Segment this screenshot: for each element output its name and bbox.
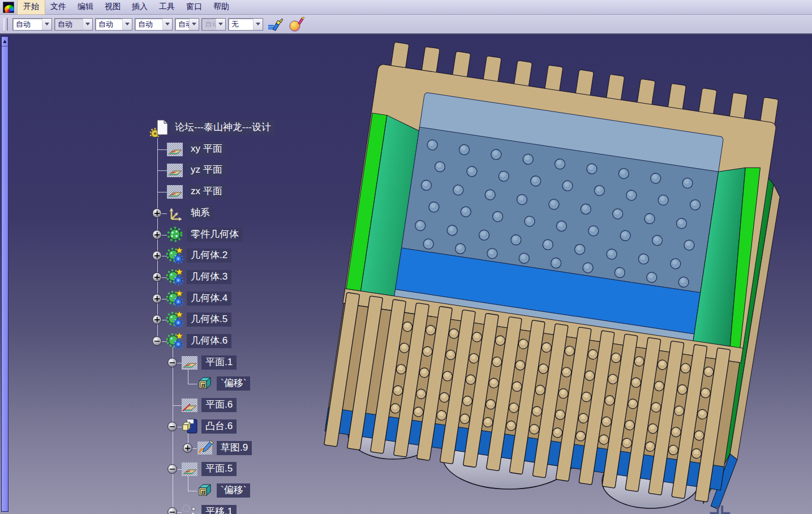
menu-help[interactable]: 帮助 bbox=[208, 0, 235, 14]
menu-file[interactable]: 文件 bbox=[45, 0, 72, 14]
tree-item-label[interactable]: 草图.9 bbox=[217, 441, 252, 455]
strip-up-arrow-icon[interactable]: ▲ bbox=[2, 37, 8, 46]
tree-item-root-part[interactable]: 论坛---泰山神龙---设计 bbox=[0, 118, 317, 138]
menu-window[interactable]: 窗口 bbox=[181, 0, 208, 14]
offset-icon[interactable]: B bbox=[196, 482, 214, 500]
collapse-minus-icon[interactable]: − bbox=[167, 422, 177, 431]
collapse-minus-icon[interactable]: − bbox=[167, 464, 177, 474]
tree-item-body-2[interactable]: + 几何体.2 bbox=[0, 246, 317, 265]
combo-dropdown-arrow-icon[interactable] bbox=[253, 19, 263, 30]
tree-item-translate-1[interactable]: − 平移.1 bbox=[0, 503, 317, 514]
tree-item-label[interactable]: 平移.1 bbox=[201, 505, 237, 514]
tree-item-label[interactable]: 几何体.4 bbox=[187, 292, 231, 306]
expand-plus-icon[interactable]: + bbox=[152, 294, 162, 303]
tree-item-label[interactable]: 凸台.6 bbox=[201, 419, 237, 434]
toolbar-drag-handle[interactable] bbox=[3, 18, 8, 31]
plane-icon[interactable] bbox=[181, 354, 199, 372]
layer-combo[interactable]: 无 bbox=[228, 18, 263, 31]
color-combo-value: 自动 bbox=[13, 19, 31, 29]
collapse-minus-icon[interactable]: − bbox=[152, 336, 162, 346]
pointtype-combo[interactable]: 自动 bbox=[175, 18, 199, 31]
collapse-minus-icon[interactable]: − bbox=[167, 358, 177, 367]
tree-item-label[interactable]: 平面.5 bbox=[201, 462, 237, 476]
pad-icon[interactable] bbox=[181, 418, 199, 436]
translate-icon[interactable] bbox=[181, 503, 199, 514]
tree-item-plane-1[interactable]: − 平面.1 bbox=[0, 353, 317, 372]
plane-icon[interactable] bbox=[166, 183, 184, 201]
tree-item-label[interactable]: 几何体.6 bbox=[187, 334, 231, 348]
tree-item-body-5[interactable]: + 几何体.5 bbox=[0, 310, 317, 329]
expand-plus-icon[interactable]: + bbox=[152, 251, 162, 260]
color-combo[interactable]: 自动 bbox=[12, 18, 52, 31]
material-sphere-icon[interactable] bbox=[288, 16, 305, 32]
expand-plus-icon[interactable]: + bbox=[152, 230, 162, 239]
tree-item-label[interactable]: 几何体.5 bbox=[187, 312, 231, 327]
viewport-3d[interactable]: ▲ 论坛---泰山神龙---设计 xy 平面 yz 平面 zx 平面+ 轴系+ … bbox=[0, 35, 812, 514]
combo-dropdown-arrow-icon[interactable] bbox=[189, 19, 199, 30]
combo-dropdown-arrow-icon[interactable] bbox=[83, 19, 92, 30]
part-icon[interactable] bbox=[150, 119, 168, 137]
tree-item-partbody[interactable]: + 零件几何体 bbox=[0, 225, 317, 245]
axis-icon[interactable] bbox=[166, 204, 184, 222]
tree-item-label[interactable]: `偏移` bbox=[217, 483, 250, 498]
specification-tree: 论坛---泰山神龙---设计 xy 平面 yz 平面 zx 平面+ 轴系+ 零件… bbox=[0, 35, 812, 514]
body-icon[interactable] bbox=[166, 290, 184, 308]
tree-item-label[interactable]: `偏移` bbox=[217, 376, 250, 391]
combo-dropdown-arrow-icon[interactable] bbox=[42, 19, 51, 30]
tree-item-body-6[interactable]: − 几何体.6 bbox=[0, 332, 317, 351]
tree-item-label[interactable]: zx 平面 bbox=[187, 185, 226, 199]
plane-icon[interactable] bbox=[166, 161, 184, 179]
tree-item-body-3[interactable]: + 几何体.3 bbox=[0, 268, 317, 287]
menu-start[interactable]: 开始 bbox=[18, 0, 45, 14]
tree-item-plane-5[interactable]: − 平面.5 bbox=[0, 460, 317, 479]
linetype-combo[interactable]: 自动 bbox=[95, 18, 132, 31]
tree-item-plane-6[interactable]: 平面.6 bbox=[0, 396, 317, 415]
combo-dropdown-arrow-icon[interactable] bbox=[216, 19, 225, 30]
tree-item-label[interactable]: 平面.1 bbox=[201, 355, 237, 370]
tree-item-sketch-9[interactable]: + 草图.9 bbox=[0, 439, 317, 458]
expand-plus-icon[interactable]: + bbox=[152, 315, 162, 324]
plane-icon[interactable] bbox=[166, 140, 184, 159]
tree-item-pad-6[interactable]: − 凸台.6 bbox=[0, 417, 317, 436]
tree-item-body-4[interactable]: + 几何体.4 bbox=[0, 289, 317, 309]
collapse-minus-icon[interactable]: − bbox=[167, 507, 177, 514]
collapsed-toolbar-strip[interactable]: ▲ bbox=[1, 36, 8, 512]
body-icon[interactable] bbox=[166, 332, 184, 350]
tree-item-label[interactable]: 几何体.2 bbox=[187, 249, 231, 263]
expand-plus-icon[interactable]: + bbox=[152, 208, 162, 218]
opacity-combo[interactable]: 自动 bbox=[54, 18, 93, 31]
painter-icon[interactable] bbox=[267, 16, 284, 32]
plane-sketch-icon[interactable] bbox=[181, 396, 199, 414]
sketch-icon[interactable] bbox=[196, 439, 214, 457]
tree-item-label[interactable]: 论坛---泰山神龙---设计 bbox=[171, 121, 275, 135]
tree-item-xy-plane[interactable]: xy 平面 bbox=[0, 140, 317, 159]
tree-item-zx-plane[interactable]: zx 平面 bbox=[0, 182, 317, 202]
menu-insert[interactable]: 插入 bbox=[126, 0, 153, 14]
expand-plus-icon[interactable]: + bbox=[152, 272, 162, 282]
pointtype-combo-value: 自动 bbox=[175, 19, 189, 29]
expand-plus-icon[interactable]: + bbox=[183, 443, 192, 453]
combo-dropdown-arrow-icon[interactable] bbox=[162, 19, 172, 30]
tree-item-offset-of-plane-5[interactable]: B `偏移` bbox=[0, 481, 317, 500]
tree-item-label[interactable]: 零件几何体 bbox=[187, 228, 243, 242]
tree-item-label[interactable]: xy 平面 bbox=[187, 142, 226, 156]
tree-item-label[interactable]: yz 平面 bbox=[187, 163, 226, 177]
menu-edit[interactable]: 编辑 bbox=[72, 0, 99, 14]
tree-item-label[interactable]: 轴系 bbox=[187, 206, 214, 220]
plane-icon[interactable] bbox=[181, 460, 199, 478]
tree-item-label[interactable]: 平面.6 bbox=[201, 398, 237, 412]
opacity-combo-value: 自动 bbox=[55, 19, 72, 29]
lineweight-combo[interactable]: 自动 bbox=[135, 18, 173, 31]
menu-tools[interactable]: 工具 bbox=[153, 0, 181, 14]
tree-item-label[interactable]: 几何体.3 bbox=[187, 270, 231, 284]
body-icon[interactable] bbox=[166, 247, 184, 265]
tree-item-offset-of-plane-1[interactable]: B `偏移` bbox=[0, 374, 317, 393]
body-icon[interactable] bbox=[166, 268, 184, 286]
tree-item-axis-system[interactable]: + 轴系 bbox=[0, 204, 317, 223]
partbody-icon[interactable] bbox=[166, 226, 184, 244]
body-icon[interactable] bbox=[166, 311, 184, 329]
offset-icon[interactable]: B bbox=[196, 375, 214, 393]
menu-view[interactable]: 视图 bbox=[99, 0, 126, 14]
tree-item-yz-plane[interactable]: yz 平面 bbox=[0, 161, 317, 180]
combo-dropdown-arrow-icon[interactable] bbox=[122, 19, 132, 30]
